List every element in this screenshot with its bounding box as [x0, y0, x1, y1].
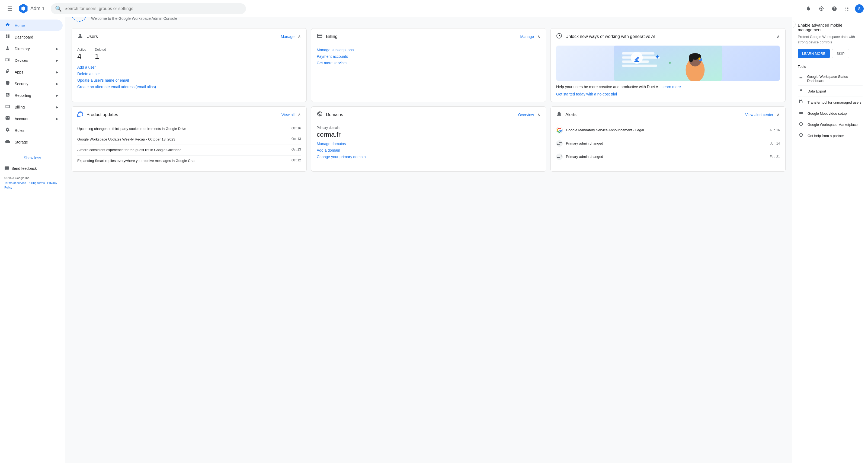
- update-text[interactable]: Upcoming changes to third-party cookie r…: [77, 126, 287, 131]
- sidebar-item-apps[interactable]: Apps ▶: [0, 66, 63, 78]
- product-updates-icon: [77, 111, 83, 118]
- dashboard-icon: [4, 34, 11, 40]
- tool-item-data-export[interactable]: Data Export: [798, 86, 863, 97]
- right-panel: › Enable advanced mobile management Prot…: [792, 18, 868, 445]
- sidebar: Home Dashboard Directory ▶ Devices ▶ App…: [0, 18, 65, 445]
- domain-link[interactable]: Manage domains: [317, 142, 540, 146]
- user-link[interactable]: Create an alternate email address (email…: [77, 85, 301, 89]
- sidebar-item-security-label: Security: [14, 82, 28, 86]
- users-collapse-button[interactable]: ∧: [298, 34, 301, 39]
- billing-terms-link[interactable]: Billing terms: [28, 181, 45, 184]
- user-link[interactable]: Delete a user: [77, 71, 301, 76]
- panel-learn-more-button[interactable]: LEARN MORE: [798, 49, 830, 58]
- user-link[interactable]: Add a user: [77, 65, 301, 69]
- security-icon: [4, 81, 11, 87]
- sidebar-item-reporting[interactable]: Reporting ▶: [0, 90, 63, 101]
- sidebar-item-security[interactable]: Security ▶: [0, 78, 63, 90]
- users-card-icon: [77, 33, 83, 40]
- swap-icon: [556, 154, 563, 160]
- copyright-text: © 2023 Google Inc.: [4, 176, 30, 180]
- billing-link[interactable]: Get more services: [317, 61, 540, 65]
- primary-domain-label: Primary domain: [317, 126, 540, 130]
- transfer-tool-icon: [798, 99, 804, 105]
- tool-item-marketplace[interactable]: Google Workspace Marketplace: [798, 119, 863, 130]
- tool-item-transfer-tool[interactable]: Transfer tool for unmanaged users: [798, 97, 863, 108]
- sidebar-item-dashboard[interactable]: Dashboard: [0, 31, 63, 43]
- settings-button[interactable]: [816, 3, 827, 14]
- domains-overview-link[interactable]: Overview: [518, 113, 534, 117]
- tool-item-workspace-status[interactable]: Google Workspace Status Dashboard: [798, 72, 863, 86]
- billing-nav-icon: [4, 104, 11, 110]
- notifications-button[interactable]: [803, 3, 814, 14]
- update-text[interactable]: A more consistent experience for the gue…: [77, 148, 287, 152]
- panel-promo-title: Enable advanced mobile management: [798, 23, 863, 32]
- product-updates-collapse-button[interactable]: ∧: [298, 112, 301, 117]
- domain-link[interactable]: Add a domain: [317, 148, 540, 152]
- alert-title: Primary admin changed: [566, 141, 767, 146]
- billing-link[interactable]: Manage subscriptions: [317, 48, 540, 52]
- sidebar-item-home[interactable]: Home: [0, 20, 63, 31]
- ai-collapse-button[interactable]: ∧: [777, 34, 780, 39]
- ai-illustration-svg: ✦ ✦: [556, 45, 780, 81]
- billing-collapse-button[interactable]: ∧: [537, 34, 540, 39]
- user-avatar[interactable]: S: [855, 4, 864, 13]
- update-item: Expanding Smart replies everywhere you r…: [77, 156, 301, 166]
- billing-link[interactable]: Payment accounts: [317, 54, 540, 59]
- apps-button[interactable]: [842, 3, 853, 14]
- alert-text: Google Mandatory Service Announcement - …: [566, 128, 766, 133]
- domains-card-body: Primary domain corma.fr Manage domainsAd…: [311, 122, 546, 166]
- terms-link[interactable]: Terms of service: [4, 181, 26, 184]
- sidebar-item-storage[interactable]: Storage: [0, 136, 63, 148]
- user-link[interactable]: Update a user's name or email: [77, 78, 301, 83]
- sidebar-item-directory[interactable]: Directory ▶: [0, 43, 63, 55]
- storage-icon: [4, 139, 11, 145]
- ai-learn-more-link[interactable]: Learn more: [661, 85, 681, 89]
- ai-card-icon: [556, 33, 562, 40]
- alerts-card: Alerts View alert center ∧ Google Mandat…: [551, 106, 785, 172]
- domains-card: Domains Overview ∧ Primary domain corma.…: [311, 106, 546, 172]
- alerts-collapse-button[interactable]: ∧: [777, 112, 780, 117]
- billing-card: Billing Manage ∧ Manage subscriptionsPay…: [311, 28, 546, 102]
- sidebar-item-billing[interactable]: Billing ▶: [0, 101, 63, 113]
- reporting-icon: [4, 92, 11, 98]
- ai-illustration: ✦ ✦: [556, 45, 780, 81]
- domains-collapse-button[interactable]: ∧: [537, 112, 540, 117]
- update-text[interactable]: Expanding Smart replies everywhere you r…: [77, 158, 287, 163]
- product-updates-card: Product updates View all ∧ Upcoming chan…: [71, 106, 307, 172]
- users-stats: Active 4 Deleted 1: [77, 48, 301, 61]
- menu-button[interactable]: ☰: [4, 3, 15, 14]
- alert-title: Google Mandatory Service Announcement - …: [566, 128, 766, 133]
- billing-manage-link[interactable]: Manage: [520, 34, 534, 39]
- sidebar-item-account[interactable]: Account ▶: [0, 113, 63, 124]
- tool-item-partner-help[interactable]: Get help from a partner: [798, 130, 863, 141]
- show-less-button[interactable]: Show less: [0, 154, 65, 162]
- sidebar-item-devices[interactable]: Devices ▶: [0, 55, 63, 66]
- alerts-card-body: Google Mandatory Service Announcement - …: [551, 122, 785, 169]
- update-text[interactable]: Google Workspace Updates Weekly Recap - …: [77, 137, 287, 142]
- alert-date: Jun 14: [770, 142, 780, 145]
- header-left: ☰ Admin: [4, 3, 44, 14]
- settings-icon: [819, 6, 824, 11]
- panel-skip-button[interactable]: SKIP: [832, 49, 849, 58]
- active-users-stat: Active 4: [77, 48, 86, 61]
- send-feedback-button[interactable]: Send feedback: [0, 163, 65, 174]
- help-button[interactable]: [829, 3, 840, 14]
- tool-item-meet-setup[interactable]: Google Meet video setup: [798, 108, 863, 119]
- alert-text: Primary admin changed: [566, 154, 767, 159]
- ai-trial-link[interactable]: Get started today with a no-cost trial: [556, 92, 780, 96]
- users-card: Users Manage ∧ Active 4 Deleted 1 Add a …: [71, 28, 307, 102]
- deleted-count: 1: [95, 52, 106, 61]
- sidebar-item-rules[interactable]: Rules: [0, 124, 63, 136]
- product-updates-view-all-link[interactable]: View all: [281, 113, 294, 117]
- search-input[interactable]: [65, 6, 242, 11]
- copyright-section: © 2023 Google Inc. Terms of service · Bi…: [0, 174, 65, 192]
- users-manage-link[interactable]: Manage: [281, 34, 294, 39]
- update-date: Oct 12: [291, 158, 301, 162]
- domains-card-header: Domains Overview ∧: [311, 106, 546, 122]
- meet-setup-icon: [798, 111, 804, 116]
- sidebar-item-storage-label: Storage: [14, 140, 28, 144]
- updates-list: Upcoming changes to third-party cookie r…: [77, 124, 301, 166]
- alert-title: Primary admin changed: [566, 154, 767, 159]
- domain-link[interactable]: Change your primary domain: [317, 155, 540, 159]
- alerts-view-center-link[interactable]: View alert center: [745, 113, 773, 117]
